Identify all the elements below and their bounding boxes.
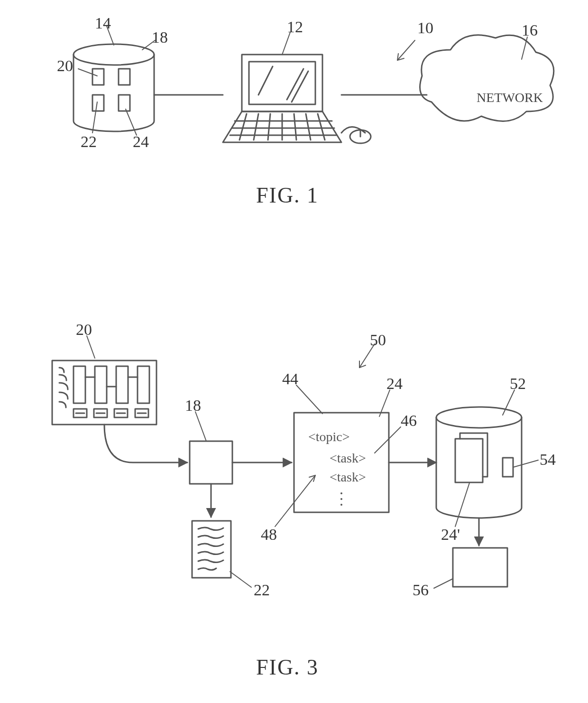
ref3-52: 52 xyxy=(510,375,526,393)
task-tag-2: <task> xyxy=(330,470,366,484)
document-icon xyxy=(192,521,231,578)
svg-rect-34 xyxy=(116,366,128,403)
svg-line-58 xyxy=(87,336,95,358)
svg-line-67 xyxy=(513,460,538,467)
task-tag-1: <task> xyxy=(330,451,366,465)
equipment-panel-icon xyxy=(52,361,156,425)
ref3-46: 46 xyxy=(401,412,417,430)
ref3-20: 20 xyxy=(76,321,92,339)
network-cloud-icon xyxy=(420,35,554,121)
ref3-48: 48 xyxy=(261,526,277,544)
svg-line-15 xyxy=(268,114,270,140)
network-label: NETWORK xyxy=(477,90,543,105)
ref-18: 18 xyxy=(152,28,168,46)
svg-line-30 xyxy=(397,40,415,60)
ref3-56: 56 xyxy=(413,581,429,599)
svg-point-50 xyxy=(340,492,342,494)
svg-line-7 xyxy=(258,66,273,95)
svg-line-59 xyxy=(195,412,206,441)
svg-point-0 xyxy=(74,44,154,65)
fig3-caption: FIG. 3 xyxy=(256,655,319,680)
svg-rect-4 xyxy=(119,95,130,111)
svg-line-13 xyxy=(239,114,247,140)
svg-rect-1 xyxy=(92,69,104,85)
svg-rect-35 xyxy=(138,366,149,403)
svg-line-19 xyxy=(318,114,325,140)
svg-rect-32 xyxy=(74,366,85,403)
svg-rect-33 xyxy=(95,366,107,403)
svg-line-17 xyxy=(294,114,296,140)
svg-line-25 xyxy=(78,69,97,76)
svg-rect-2 xyxy=(119,69,130,85)
svg-line-64 xyxy=(275,475,315,527)
ref-22: 22 xyxy=(81,133,97,151)
ref3-54: 54 xyxy=(540,451,556,469)
svg-line-14 xyxy=(254,114,258,140)
box-56 xyxy=(453,548,507,587)
svg-rect-31 xyxy=(52,361,156,425)
ref-16: 16 xyxy=(522,21,538,39)
database-icon xyxy=(74,44,154,131)
svg-point-51 xyxy=(340,498,342,500)
svg-rect-6 xyxy=(249,62,315,104)
ref3-44: 44 xyxy=(282,370,298,388)
ref-10: 10 xyxy=(417,19,433,37)
svg-line-69 xyxy=(434,579,453,588)
svg-line-63 xyxy=(375,427,401,453)
svg-point-52 xyxy=(340,504,342,506)
ref-24: 24 xyxy=(133,133,149,151)
ref-14: 14 xyxy=(95,14,111,32)
fig3-svg: <topic> <task> <task> xyxy=(0,285,588,664)
svg-rect-55 xyxy=(455,439,483,482)
svg-rect-56 xyxy=(503,458,513,477)
ref3-22: 22 xyxy=(254,581,270,599)
ref3-50: 50 xyxy=(370,331,386,349)
fig1-caption: FIG. 1 xyxy=(256,183,319,208)
topic-tag: <topic> xyxy=(308,429,350,444)
ref3-18: 18 xyxy=(185,397,201,415)
storage-cylinder-icon xyxy=(436,407,522,518)
svg-point-54 xyxy=(436,407,522,428)
svg-line-68 xyxy=(455,483,469,527)
svg-line-18 xyxy=(306,114,311,140)
svg-line-61 xyxy=(296,385,322,414)
ref-12: 12 xyxy=(287,18,303,36)
svg-rect-3 xyxy=(92,95,104,111)
patent-figure-page: NETWORK 14 18 20 22 24 12 10 16 FIG. 1 xyxy=(0,0,588,703)
ref3-24: 24 xyxy=(386,375,403,393)
box-18 xyxy=(190,441,232,484)
ref3-24p: 24' xyxy=(441,526,460,544)
ref-20: 20 xyxy=(57,57,73,75)
laptop-icon xyxy=(223,55,371,143)
svg-line-60 xyxy=(230,572,251,587)
